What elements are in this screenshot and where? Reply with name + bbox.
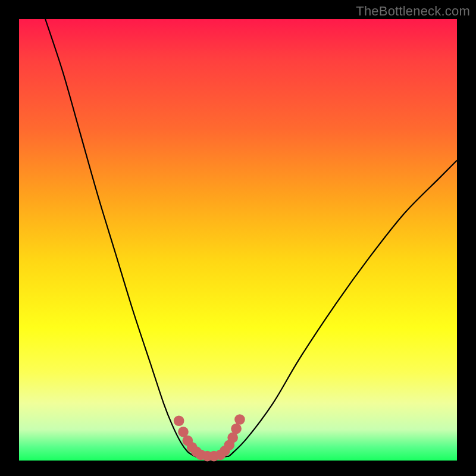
valley-marker [174, 415, 184, 426]
plot-area [19, 19, 457, 461]
valley-marker [231, 424, 242, 434]
chart-frame: TheBottleneck.com [0, 0, 476, 476]
curves-layer [19, 19, 457, 461]
watermark-text: TheBottleneck.com [356, 4, 470, 19]
valley-marker-group [174, 414, 245, 461]
curve-left-branch [45, 19, 194, 456]
valley-marker [234, 414, 245, 425]
curve-right-branch [229, 160, 457, 456]
